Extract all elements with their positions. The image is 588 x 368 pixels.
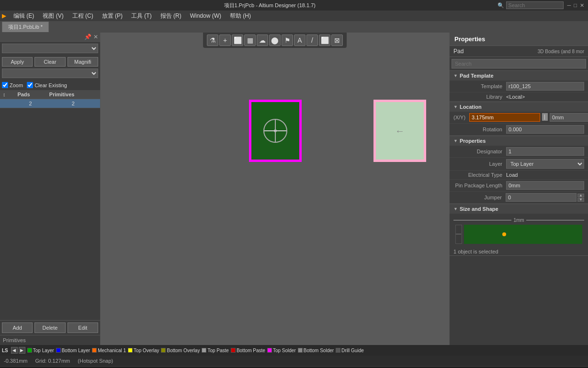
y-input[interactable]	[550, 113, 588, 122]
properties-subsection: Properties Designator Layer Top Layer Bo…	[450, 136, 588, 204]
pin-tool-button[interactable]: ⚑	[282, 34, 293, 46]
table-col-primitives[interactable]: Primitives	[46, 90, 100, 99]
layer-top-overlay[interactable]: Top Overlay	[128, 348, 159, 353]
menu-item-tools[interactable]: 工具 (T)	[127, 11, 156, 21]
layer-bar: LS ◀ ▶ Top Layer Bottom Layer Mechanical…	[0, 345, 588, 356]
rect-tool-button[interactable]: ⬜	[319, 34, 330, 46]
clear-existing-checkbox[interactable]	[27, 82, 33, 88]
layer-top-solder[interactable]: Top Solder	[267, 348, 296, 353]
menu-item-project[interactable]: 工程 (C)	[68, 11, 97, 21]
properties-panel-title: Properties	[450, 33, 588, 46]
close-panel-icon[interactable]: ✕	[93, 34, 98, 40]
cross-tool-button[interactable]: ⊠	[331, 34, 343, 46]
menu-item-window[interactable]: Window (W)	[186, 12, 225, 20]
jumper-up-button[interactable]: ▲	[577, 194, 584, 197]
object-count-label: 1 object is selected	[450, 248, 588, 255]
layer-bottom-overlay[interactable]: Bottom Overlay	[161, 348, 200, 353]
layer-select[interactable]: Top Layer Bottom Layer	[506, 159, 584, 169]
grid-label: Grid: 0.127mm	[35, 358, 70, 364]
table-col-sort[interactable]: ↕	[0, 90, 14, 99]
table-cell-pads: 2	[14, 99, 46, 108]
tab-pcblib[interactable]: 项目1.PcbLib *	[2, 22, 49, 32]
layer-bottom[interactable]: Bottom Layer	[56, 348, 90, 353]
ls-label: LS	[2, 348, 8, 353]
pad-left[interactable]	[249, 100, 302, 162]
zoom-checkbox[interactable]	[2, 82, 8, 88]
bottom-overlay-color	[161, 348, 166, 353]
menu-item-view[interactable]: 视图 (V)	[39, 11, 67, 21]
table-row[interactable]: 2 2	[0, 99, 100, 108]
location-section: Location (X/Y) │ Rotation	[450, 102, 588, 136]
rotation-input[interactable]	[506, 125, 584, 134]
jumper-input[interactable]	[506, 193, 577, 202]
layer-bottom-paste[interactable]: Bottom Paste	[231, 348, 265, 353]
add-tool-button[interactable]: +	[219, 34, 231, 46]
size-shape-header[interactable]: Size and Shape	[450, 204, 588, 214]
titlebar-search-input[interactable]	[506, 1, 564, 9]
filter-select[interactable]	[2, 69, 98, 78]
layer-top[interactable]: Top Layer	[27, 348, 54, 353]
properties-search-input[interactable]	[452, 59, 586, 69]
layer-nav: ◀ ▶	[11, 347, 25, 354]
panel-component-dropdown[interactable]	[0, 42, 100, 55]
menu-item-help[interactable]: 帮助 (H)	[226, 11, 255, 21]
clear-button[interactable]: Clear	[34, 57, 65, 67]
cloud-tool-button[interactable]: ☁	[257, 34, 268, 46]
select-tool-button[interactable]: ⬜	[232, 34, 243, 46]
canvas-area[interactable]: ⚗ + ⬜ ▦ ☁ ⬤ ⚑ A / ⬜ ⊠ ←	[101, 33, 449, 345]
filter-tool-button[interactable]: ⚗	[207, 34, 218, 46]
bottom-paste-color	[231, 348, 236, 353]
panel-bottom-buttons: Add Delete Edit	[0, 320, 100, 335]
position-label: -0.381mm	[4, 358, 28, 364]
maximize-button[interactable]: □	[574, 2, 577, 9]
panel-filter-dropdown[interactable]	[0, 69, 100, 80]
properties-subsection-header[interactable]: Properties	[450, 136, 588, 146]
location-header[interactable]: Location	[450, 102, 588, 112]
canvas-toolbar: ⚗ + ⬜ ▦ ☁ ⬤ ⚑ A / ⬜ ⊠	[203, 33, 347, 48]
library-label: Library	[453, 94, 506, 100]
pad-extra-label: 3D Bodies (and 8 mor	[538, 49, 584, 54]
zoom-checkbox-label[interactable]: Zoom	[2, 82, 23, 88]
menu-item-place[interactable]: 放置 (P)	[98, 11, 126, 21]
menu-item-reports[interactable]: 报告 (R)	[157, 11, 185, 21]
add-button[interactable]: Add	[2, 322, 33, 333]
designator-label: Designator	[453, 149, 506, 154]
x-input[interactable]	[469, 113, 540, 122]
layer-mechanical1[interactable]: Mechanical 1	[92, 348, 126, 353]
layer-next-button[interactable]: ▶	[19, 347, 25, 354]
text-tool-button[interactable]: A	[294, 34, 305, 46]
template-input[interactable]	[506, 82, 584, 91]
apply-button[interactable]: Apply	[2, 57, 33, 67]
pad-template-header[interactable]: Pad Template	[450, 71, 588, 80]
electrical-type-row: Electrical Type Load	[450, 171, 588, 180]
titlebar-search[interactable]: 🔍	[498, 1, 564, 9]
clear-existing-checkbox-label[interactable]: Clear Existing	[27, 82, 67, 88]
minimize-button[interactable]: ─	[567, 2, 571, 9]
jumper-down-button[interactable]: ▼	[577, 198, 584, 202]
pin-icon[interactable]: 📌	[84, 34, 91, 40]
layer-drill-guide[interactable]: Drill Guide	[336, 348, 364, 353]
properties-search[interactable]	[450, 57, 588, 71]
main-layout: 📌 ✕ Apply Clear Magnifi Zoom	[0, 33, 588, 345]
edit-button[interactable]: Edit	[68, 322, 98, 333]
xy-label: (X/Y)	[453, 115, 469, 120]
table-col-pads[interactable]: Pads	[14, 90, 46, 99]
pin-package-input[interactable]	[506, 181, 584, 190]
designator-input[interactable]	[506, 147, 584, 156]
component-select[interactable]	[2, 44, 98, 53]
primitives-label: Primitives	[0, 335, 100, 345]
layer-top-paste[interactable]: Top Paste	[202, 348, 228, 353]
xy-slider[interactable]: │	[542, 113, 548, 121]
magnify-button[interactable]: Magnifi	[68, 57, 98, 67]
chart-tool-button[interactable]: ▦	[244, 34, 256, 46]
layer-prev-button[interactable]: ◀	[11, 347, 18, 354]
bottom-solder-label: Bottom Solder	[304, 348, 334, 353]
menu-item-edit[interactable]: 编辑 (E)	[10, 11, 38, 21]
close-button[interactable]: ✕	[580, 2, 584, 9]
line-tool-button[interactable]: /	[306, 34, 318, 46]
circle-tool-button[interactable]: ⬤	[269, 34, 281, 46]
panel-action-buttons: Apply Clear Magnifi	[0, 55, 100, 69]
pad-right[interactable]: ←	[373, 100, 426, 162]
delete-button[interactable]: Delete	[34, 322, 65, 333]
layer-bottom-solder[interactable]: Bottom Solder	[298, 348, 334, 353]
